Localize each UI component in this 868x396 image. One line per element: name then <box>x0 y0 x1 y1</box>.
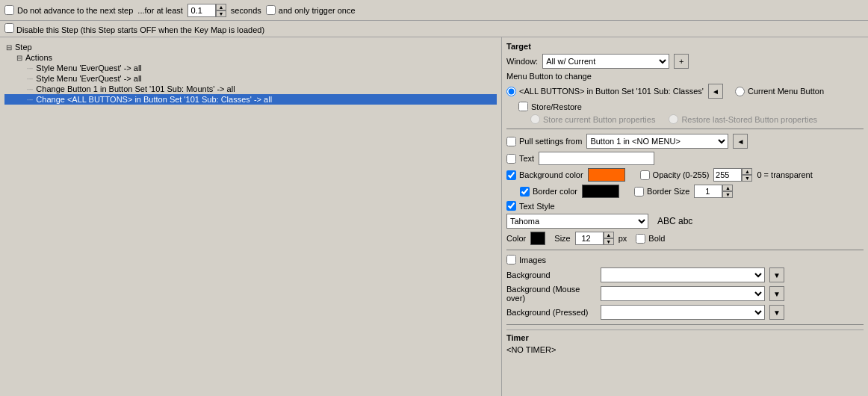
border-color-swatch[interactable] <box>582 185 619 198</box>
opacity-checkbox[interactable] <box>640 170 650 180</box>
duration-spinner[interactable]: 0.1 ▲ ▼ <box>187 4 226 17</box>
bg-color-swatch[interactable] <box>588 168 625 182</box>
border-color-label-text: Border color <box>533 187 577 196</box>
bg-mouseover-dropdown-btn[interactable]: ▼ <box>769 286 784 301</box>
tree-item-label-2: Change Button 1 in Button Set '101 Sub: … <box>36 84 235 93</box>
opacity-down[interactable]: ▼ <box>742 175 752 182</box>
pull-settings-extra-btn[interactable]: ◄ <box>733 134 748 149</box>
for-at-least-text: ...for at least <box>137 6 183 15</box>
bg-color-checkbox-label[interactable]: Background color <box>506 170 583 180</box>
duration-input[interactable]: 0.1 <box>187 4 216 17</box>
bg-color-row: Background color Opacity (0-255) ▲ ▼ 0 =… <box>506 168 864 182</box>
pull-settings-checkbox[interactable] <box>506 137 516 146</box>
border-size-checkbox-label[interactable]: Border Size <box>634 187 689 197</box>
border-size-checkbox[interactable] <box>634 187 644 197</box>
tree-item-2[interactable]: ··· Change Button 1 in Button Set '101 S… <box>4 84 497 94</box>
bg-color-label-text: Background color <box>519 170 583 179</box>
seconds-text: seconds <box>231 6 261 15</box>
bg-mouseover-label: Background (Mouse over) <box>506 285 596 303</box>
bold-checkbox-label[interactable]: Bold <box>636 234 665 244</box>
font-color-swatch[interactable] <box>530 232 545 245</box>
opacity-spinner[interactable]: ▲ ▼ <box>713 168 752 182</box>
bold-checkbox[interactable] <box>636 234 645 244</box>
disable-step-label[interactable]: Disable this Step (this Step starts OFF … <box>4 23 264 34</box>
restore-last-text: Restore last-Stored Button properties <box>681 115 817 124</box>
bg-pressed-dropdown-btn[interactable]: ▼ <box>769 305 784 320</box>
font-select[interactable]: Tahoma <box>506 214 648 229</box>
bg-pressed-select[interactable] <box>601 305 765 320</box>
restore-last-radio-label[interactable]: Restore last-Stored Button properties <box>669 114 817 124</box>
only-trigger-label[interactable]: and only trigger once <box>266 5 356 15</box>
font-size-up[interactable]: ▲ <box>604 232 614 238</box>
only-trigger-text: and only trigger once <box>279 6 356 15</box>
text-style-checkbox-label[interactable]: Text Style <box>506 201 555 211</box>
tree-item-0[interactable]: ··· Style Menu 'EverQuest' -> all <box>4 63 497 73</box>
window-extra-btn[interactable]: + <box>674 54 689 69</box>
bg-color-checkbox[interactable] <box>506 170 516 180</box>
tree-dash-2: ··· <box>27 85 33 93</box>
text-style-checkbox[interactable] <box>506 201 516 211</box>
store-current-radio-label[interactable]: Store current Button properties <box>530 114 655 124</box>
second-bar: Disable this Step (this Step starts OFF … <box>0 21 868 37</box>
duration-up[interactable]: ▲ <box>216 4 226 10</box>
border-size-spinner[interactable]: ▲ ▼ <box>694 185 733 198</box>
size-label-text: Size <box>554 234 570 243</box>
text-checkbox[interactable] <box>506 154 516 164</box>
do-not-advance-label[interactable]: Do not advance to the next step <box>4 5 133 15</box>
menu-button-label: Menu Button to change <box>506 72 592 81</box>
target-section-header: Target <box>506 42 864 51</box>
tree-actions[interactable]: ⊟ Actions <box>4 52 497 63</box>
border-size-up[interactable]: ▲ <box>722 185 733 191</box>
actions-expand-icon: ⊟ <box>16 54 22 62</box>
all-buttons-extra-btn[interactable]: ◄ <box>708 84 723 99</box>
store-current-radio[interactable] <box>530 114 540 124</box>
divider-3 <box>506 324 864 325</box>
images-label-text: Images <box>519 256 546 264</box>
do-not-advance-checkbox[interactable] <box>4 5 14 15</box>
restore-last-radio[interactable] <box>669 114 678 124</box>
border-size-down[interactable]: ▼ <box>722 191 733 198</box>
all-buttons-text: <ALL BUTTONS> in Button Set '101 Sub: Cl… <box>519 87 704 96</box>
text-input[interactable] <box>539 152 654 165</box>
font-size-spinner[interactable]: ▲ ▼ <box>575 232 614 245</box>
bg-image-select[interactable] <box>601 267 765 282</box>
right-panel: Target Window: All w/ Current Current Wi… <box>502 37 868 396</box>
timer-value-row: <NO TIMER> <box>506 345 864 354</box>
tree-item-1[interactable]: ··· Style Menu 'EverQuest' -> all <box>4 73 497 84</box>
text-checkbox-label[interactable]: Text <box>506 154 534 164</box>
window-select[interactable]: All w/ Current Current Window <box>542 54 669 69</box>
opacity-checkbox-label[interactable]: Opacity (0-255) <box>640 170 710 180</box>
all-buttons-radio-label[interactable]: <ALL BUTTONS> in Button Set '101 Sub: Cl… <box>506 87 704 96</box>
disable-step-checkbox[interactable] <box>4 23 14 33</box>
font-size-input[interactable] <box>575 232 604 245</box>
pull-settings-checkbox-label[interactable]: Pull settings from <box>506 137 582 146</box>
bg-image-label: Background <box>506 270 596 279</box>
opacity-label-text: Opacity (0-255) <box>653 170 710 179</box>
store-restore-checkbox-label[interactable]: Store/Restore <box>518 102 582 111</box>
bold-label-text: Bold <box>648 234 665 243</box>
store-current-text: Store current Button properties <box>543 115 655 124</box>
only-trigger-checkbox[interactable] <box>266 5 276 15</box>
transparent-text: 0 = transparent <box>757 170 812 179</box>
tree-step[interactable]: ⊟ Step <box>4 42 497 52</box>
border-color-checkbox[interactable] <box>520 187 530 197</box>
border-color-checkbox-label[interactable]: Border color <box>520 187 577 197</box>
font-size-down[interactable]: ▼ <box>604 238 614 245</box>
images-checkbox[interactable] <box>506 255 516 264</box>
border-size-input[interactable] <box>694 185 722 198</box>
tree-item-3[interactable]: ··· Change <ALL BUTTONS> in Button Set '… <box>4 94 497 105</box>
all-buttons-radio[interactable] <box>506 87 516 96</box>
bg-mouseover-select[interactable] <box>601 286 765 301</box>
bg-image-dropdown-btn[interactable]: ▼ <box>769 267 784 282</box>
divider-2 <box>506 250 864 250</box>
bg-pressed-row: Background (Pressed) ▼ <box>506 305 864 320</box>
pull-settings-select[interactable]: Button 1 in <NO MENU> <box>586 134 728 149</box>
duration-down[interactable]: ▼ <box>216 10 226 17</box>
current-menu-radio[interactable] <box>735 87 745 96</box>
store-restore-checkbox[interactable] <box>518 102 528 111</box>
opacity-up[interactable]: ▲ <box>742 168 752 175</box>
text-label-text: Text <box>519 154 534 163</box>
top-bar: Do not advance to the next step ...for a… <box>0 0 868 21</box>
opacity-input[interactable] <box>713 168 742 182</box>
current-menu-radio-label[interactable]: Current Menu Button <box>735 87 824 96</box>
